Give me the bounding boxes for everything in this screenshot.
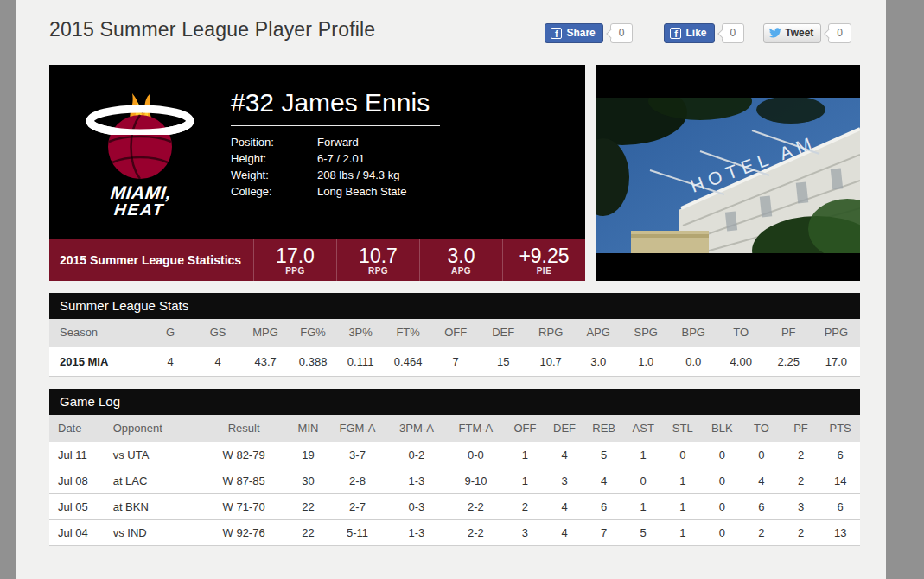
- column-header: Season: [49, 319, 147, 347]
- column-header: SPG: [622, 319, 670, 347]
- facebook-share-button[interactable]: f Share: [545, 23, 602, 43]
- table-cell: 17.0: [812, 347, 860, 376]
- main-content: 2015 Summer League Player Profile f Shar…: [49, 0, 860, 546]
- table-cell: 6: [584, 494, 624, 520]
- detail-value: 6-7 / 2.01: [317, 150, 365, 167]
- tweet-button-label: Tweet: [785, 27, 813, 39]
- stat-pie: +9.25 PIE: [502, 239, 585, 281]
- table-cell: 30: [289, 468, 328, 494]
- share-count[interactable]: 0: [610, 23, 634, 43]
- table-cell: 2: [781, 442, 821, 468]
- table-cell: 1.0: [622, 347, 670, 376]
- column-header: Date: [49, 415, 106, 442]
- table-cell: 1-3: [387, 520, 446, 546]
- detail-row-position: Position: Forward: [231, 134, 585, 150]
- column-header: Result: [200, 415, 289, 442]
- table-cell: Jul 08: [49, 468, 106, 494]
- season-stats-section: Summer League Stats SeasonGGSMPGFG%3P%FT…: [49, 293, 860, 377]
- season-stats-title: Summer League Stats: [49, 293, 860, 319]
- stat-value: 17.0: [276, 245, 315, 266]
- table-cell: vs UTA: [106, 442, 200, 468]
- detail-value: 208 lbs / 94.3 kg: [317, 167, 399, 183]
- table-cell: 2.25: [765, 347, 812, 376]
- column-header: DEF: [545, 415, 584, 442]
- table-cell: W 82-79: [200, 442, 289, 468]
- table-cell: 2-7: [328, 494, 386, 520]
- table-cell: 1: [506, 442, 545, 468]
- column-header: BPG: [670, 319, 717, 347]
- game-log-section: Game Log DateOpponentResultMINFGM-A3PM-A…: [49, 389, 860, 547]
- facebook-icon: f: [551, 28, 562, 39]
- column-header: PF: [765, 319, 812, 347]
- table-cell: 4: [742, 468, 781, 494]
- table-cell: 0: [742, 442, 781, 468]
- stat-label: APG: [451, 266, 471, 276]
- table-row: Jul 04vs INDW 92-76225-111-32-2347510221…: [49, 520, 860, 546]
- table-cell: 5-11: [328, 520, 386, 546]
- team-name-line2: HEAT: [108, 201, 171, 218]
- table-cell: 0.388: [290, 347, 337, 376]
- column-header: Opponent: [106, 415, 200, 442]
- column-header: MPG: [242, 319, 290, 347]
- table-cell: 2-2: [446, 494, 505, 520]
- browser-page: 2015 Summer League Player Profile f Shar…: [0, 0, 924, 579]
- stat-value: 3.0: [448, 245, 475, 266]
- table-cell: vs IND: [106, 520, 200, 546]
- season-stats-table: SeasonGGSMPGFG%3P%FT%OFFDEFRPGAPGSPGBPGT…: [49, 319, 860, 377]
- stat-value: 10.7: [359, 245, 398, 266]
- table-cell: 4.00: [717, 347, 765, 376]
- column-header: OFF: [432, 319, 480, 347]
- team-name-line1: MIAMI,: [110, 183, 173, 201]
- table-cell: 43.7: [242, 347, 290, 376]
- table-cell: 0-0: [446, 442, 505, 468]
- table-cell: W 92-76: [200, 520, 289, 546]
- detail-row-height: Height: 6-7 / 2.01: [231, 150, 585, 167]
- detail-row-college: College: Long Beach State: [231, 183, 585, 200]
- table-row: Jul 05at BKNW 71-70222-70-32-2246110636: [49, 494, 860, 520]
- social-buttons-row: f Share 0 f Like 0: [545, 23, 851, 43]
- column-header: FTM-A: [446, 415, 505, 442]
- like-count[interactable]: 0: [722, 23, 745, 43]
- table-cell: 4: [545, 520, 584, 546]
- tweet-count[interactable]: 0: [828, 23, 851, 43]
- table-cell: 2: [781, 468, 821, 494]
- season-stats-bar: 2015 Summer League Statistics 17.0 PPG 1…: [49, 239, 585, 281]
- table-cell: 4: [147, 347, 194, 376]
- column-header: TO: [717, 319, 765, 347]
- miami-heat-logo-icon: [80, 86, 201, 181]
- column-header: RPG: [527, 319, 575, 347]
- detail-value: Long Beach State: [317, 183, 406, 200]
- table-cell: 14: [820, 468, 860, 494]
- column-header: FGM-A: [328, 415, 386, 442]
- table-cell: 0.464: [385, 347, 432, 376]
- table-cell: 6: [820, 494, 860, 520]
- player-details: Position: Forward Height: 6-7 / 2.01 Wei…: [231, 134, 585, 200]
- stat-label: PIE: [537, 266, 552, 276]
- table-cell: 7: [432, 347, 480, 376]
- column-header: G: [147, 319, 194, 347]
- table-cell: 6: [742, 494, 781, 520]
- table-cell: Jul 11: [49, 442, 106, 468]
- table-cell: 1: [623, 442, 663, 468]
- video-frame: HOTEL AM: [596, 65, 860, 281]
- stat-label: PPG: [285, 266, 305, 276]
- player-card-top: MIAMI, HEAT #32 James Ennis Position: Fo…: [49, 65, 585, 239]
- game-log-table: DateOpponentResultMINFGM-A3PM-AFTM-AOFFD…: [49, 415, 860, 547]
- table-cell: 3: [506, 520, 545, 546]
- table-cell: 4: [545, 442, 584, 468]
- table-cell: 0: [703, 494, 742, 520]
- table-cell: 0.0: [670, 347, 717, 376]
- detail-row-weight: Weight: 208 lbs / 94.3 kg: [231, 167, 585, 183]
- video-thumbnail[interactable]: HOTEL AM: [596, 65, 860, 281]
- table-cell: 5: [623, 520, 663, 546]
- column-header: PPG: [812, 319, 860, 347]
- team-name: MIAMI, HEAT: [108, 183, 173, 218]
- tweet-button[interactable]: Tweet: [763, 23, 821, 43]
- stats-bar-label: 2015 Summer League Statistics: [49, 239, 253, 281]
- table-cell: 4: [545, 494, 584, 520]
- table-cell: 6: [820, 442, 860, 468]
- header-row: DateOpponentResultMINFGM-A3PM-AFTM-AOFFD…: [49, 415, 860, 442]
- detail-label: College:: [231, 183, 317, 200]
- facebook-like-button[interactable]: f Like: [664, 23, 714, 43]
- column-header: FT%: [385, 319, 432, 347]
